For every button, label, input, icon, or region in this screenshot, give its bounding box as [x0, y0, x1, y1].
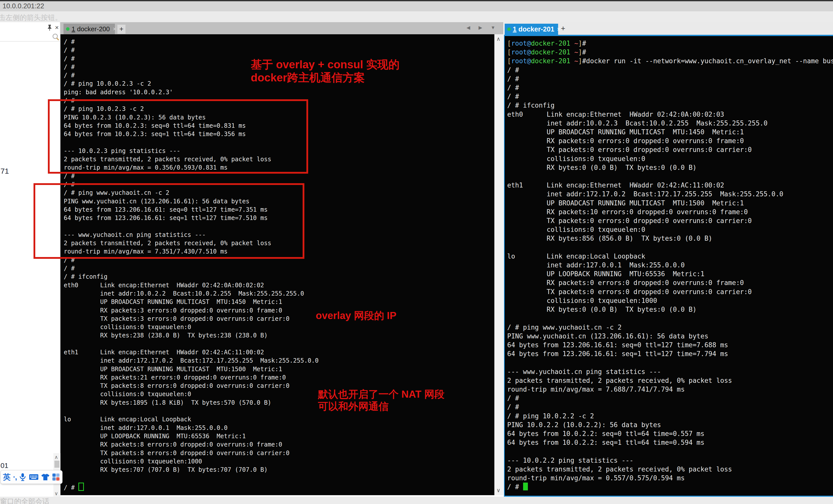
- terminal-line: / # ping www.yuchaoit.cn -c 2: [507, 323, 833, 332]
- terminal-line: / #: [64, 46, 494, 54]
- terminal-docker-200[interactable]: / #/ #/ #/ #/ #/ # ping 10.0.0.2.3 -c 2p…: [61, 34, 494, 495]
- terminal-line: UP BROADCAST RUNNING MULTICAST MTU:1450 …: [64, 298, 494, 306]
- terminal-line: collisions:0 txqueuelen:1000: [507, 296, 833, 305]
- tab-nav-arrows-icon[interactable]: ◀ ▶ ▼: [467, 25, 499, 30]
- terminal-cursor: [523, 483, 528, 490]
- terminal-line: inet addr:127.0.0.1 Mask:255.0.0.0: [64, 424, 494, 432]
- terminal-line: / #: [507, 394, 833, 403]
- terminal-line: 2 packets transmitted, 2 packets receive…: [507, 465, 833, 474]
- close-tab-icon[interactable]: ×: [113, 25, 116, 32]
- terminal-line: / #: [507, 83, 833, 92]
- terminal-line: --- 10.0.2.3 ping statistics ---: [64, 147, 494, 155]
- close-sidebar-icon[interactable]: ×: [55, 24, 59, 31]
- scroll-down-icon[interactable]: ∨: [496, 487, 500, 494]
- terminal-line: / #: [64, 172, 494, 181]
- terminal-line: inet addr:172.17.0.2 Bcast:172.17.255.25…: [507, 190, 833, 198]
- scroll-up-icon[interactable]: ∧: [496, 36, 500, 42]
- hint-bar: 击左侧的箭头按钮。: [0, 11, 833, 22]
- pin-icon[interactable]: [47, 24, 52, 31]
- terminal-line: [64, 222, 494, 231]
- terminal-line: RX bytes:0 (0.0 B) TX bytes:0 (0.0 B): [507, 163, 833, 172]
- terminal-line: PING www.yuchaoit.cn (123.206.16.61): 56…: [507, 332, 833, 341]
- terminal-docker-201[interactable]: [root@docker-201 ~]#[root@docker-201 ~]#…: [504, 36, 833, 496]
- terminal-line: TX packets:0 errors:0 dropped:0 overruns…: [507, 145, 833, 154]
- terminal-line: round-trip min/avg/max = 0.356/0.593/0.8…: [64, 164, 494, 172]
- terminal-line: UP BROADCAST RUNNING MULTICAST MTU:1500 …: [64, 365, 494, 374]
- session-active-dot-icon: [507, 27, 511, 31]
- right-tab-bar: 1 docker-201 × +: [504, 22, 833, 35]
- terminal-line: [507, 243, 833, 252]
- terminal-line: / #: [64, 38, 494, 46]
- annotation-nat: 默认也开启了一个 NAT 网段 可以和外网通信: [318, 388, 444, 412]
- sidebar-item[interactable]: 01: [0, 462, 8, 470]
- terminal-line: TX packets:0 errors:0 dropped:0 overruns…: [507, 216, 833, 225]
- session-address: 10.0.0.201:22: [2, 2, 44, 10]
- tab-number: 1: [72, 25, 75, 33]
- scroll-down-icon[interactable]: ∨: [54, 490, 58, 497]
- terminal-line: eth0 Link encap:Ethernet HWaddr 02:42:0A…: [64, 281, 494, 290]
- terminal-line: / #: [64, 264, 494, 273]
- terminal-line: [root@docker-201 ~]#: [507, 48, 833, 57]
- title-bar: 10.0.0.201:22: [0, 1, 833, 11]
- terminal-line: UP LOOPBACK RUNNING MTU:65536 Metric:1: [507, 270, 833, 279]
- terminal-line: --- www.yuchaoit.cn ping statistics ---: [507, 367, 833, 376]
- new-tab-button[interactable]: +: [117, 25, 125, 34]
- terminal-line: round-trip min/avg/max = 0.557/0.575/0.5…: [507, 474, 833, 483]
- skin-tshirt-icon[interactable]: [41, 473, 50, 481]
- terminal-line: 64 bytes from 123.206.16.61: seq=0 ttl=1…: [507, 341, 833, 350]
- terminal-line: / #: [64, 483, 494, 492]
- session-sidebar[interactable]: [0, 22, 61, 497]
- terminal-line: / #: [507, 92, 833, 101]
- status-bar: 窗口的全部会话: [0, 497, 833, 504]
- terminal-line: RX packets:0 errors:0 dropped:0 overruns…: [507, 279, 833, 287]
- search-icon[interactable]: [52, 33, 60, 41]
- ime-punctuation-icon[interactable]: ·,: [13, 473, 16, 481]
- terminal-line: RX bytes:0 (0.0 B) TX bytes:0 (0.0 B): [507, 305, 833, 314]
- keyboard-icon[interactable]: [29, 474, 39, 481]
- terminal-line: inet addr:10.0.2.3 Bcast:10.0.2.255 Mask…: [507, 119, 833, 128]
- ime-toolbar[interactable]: 英 ·,: [0, 470, 63, 484]
- terminal-line: RX packets:3 errors:0 dropped:0 overruns…: [64, 307, 494, 315]
- tab-docker-201[interactable]: 1 docker-201 ×: [505, 24, 558, 35]
- terminal-line: eth0 Link encap:Ethernet HWaddr 02:42:0A…: [507, 110, 833, 119]
- terminal-line: 64 bytes from 10.0.2.3: seq=0 ttl=64 tim…: [64, 122, 494, 130]
- terminal-line: [64, 474, 494, 482]
- session-active-dot-icon: [66, 27, 70, 31]
- terminal-line: inet addr:10.0.2.2 Bcast:10.0.2.255 Mask…: [64, 290, 494, 298]
- terminal-line: eth1 Link encap:Ethernet HWaddr 02:42:AC…: [507, 181, 833, 190]
- scrollbar-thumb[interactable]: [54, 461, 60, 468]
- sidebar-item[interactable]: 71: [0, 167, 9, 175]
- ime-language-icon[interactable]: 英: [3, 472, 10, 482]
- terminal-line: / # ping 10.0.2.3 -c 2: [64, 105, 494, 113]
- scroll-up-icon[interactable]: ∧: [54, 454, 58, 460]
- new-tab-button[interactable]: +: [561, 24, 565, 33]
- terminal-line: 64 bytes from 123.206.16.61: seq=1 ttl=1…: [507, 350, 833, 358]
- terminal-line: collisions:0 txqueuelen:1000: [64, 457, 494, 466]
- terminal-line: 64 bytes from 123.206.16.61: seq=0 ttl=1…: [64, 206, 494, 214]
- left-terminal-scrollbar[interactable]: ∧ ∨: [494, 34, 503, 495]
- sidebar-divider: [0, 41, 61, 42]
- terminal-line: 64 bytes from 10.0.2.2: seq=0 ttl=64 tim…: [507, 429, 833, 438]
- terminal-line: [64, 139, 494, 147]
- terminal-line: TX packets:0 errors:0 dropped:0 overruns…: [507, 288, 833, 296]
- terminal-line: 64 bytes from 10.0.2.2: seq=1 ttl=64 tim…: [507, 438, 833, 447]
- hint-text: 击左侧的箭头按钮。: [0, 13, 62, 22]
- terminal-line: [507, 358, 833, 367]
- terminal-line: / #: [507, 403, 833, 411]
- terminal-line: 64 bytes from 10.0.2.3: seq=1 ttl=64 tim…: [64, 130, 494, 138]
- terminal-line: inet addr:127.0.0.1 Mask:255.0.0.0: [507, 261, 833, 270]
- terminal-line: [root@docker-201 ~]#docker run -it --net…: [507, 57, 833, 66]
- microphone-icon[interactable]: [19, 473, 26, 481]
- toolbox-grid-icon[interactable]: [52, 473, 60, 481]
- close-tab-icon[interactable]: ×: [557, 26, 561, 33]
- terminal-line: 2 packets transmitted, 2 packets receive…: [64, 155, 494, 164]
- terminal-line: / #: [507, 66, 833, 75]
- terminal-line: [64, 340, 494, 348]
- tab-number: 1: [513, 25, 517, 33]
- terminal-line: RX bytes:238 (238.0 B) TX bytes:238 (238…: [64, 331, 494, 340]
- tab-docker-200[interactable]: 1 docker-200 ×: [64, 24, 115, 34]
- status-text: 窗口的全部会话: [0, 497, 49, 504]
- terminal-line: / # ping 10.0.2.2 -c 2: [507, 412, 833, 421]
- terminal-line: collisions:0 txqueuelen:0: [507, 154, 833, 163]
- terminal-line: PING 10.0.2.3 (10.0.2.3): 56 data bytes: [64, 113, 494, 122]
